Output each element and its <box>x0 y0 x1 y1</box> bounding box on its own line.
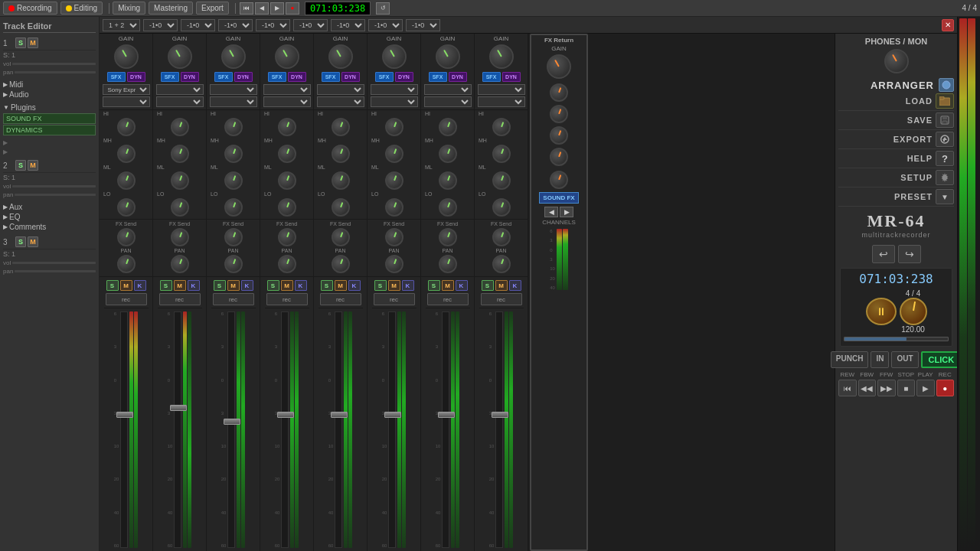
ch6-ml-knob[interactable] <box>385 171 403 190</box>
prev-btn[interactable]: ◀ <box>255 2 269 15</box>
ch1-mh-knob[interactable] <box>117 145 136 163</box>
ch2-lo-knob[interactable] <box>171 198 189 217</box>
tempo-knob[interactable] <box>900 298 927 325</box>
dynamics-plugin[interactable]: DYNAMICS <box>3 125 96 135</box>
ch4-fader-track[interactable] <box>281 311 289 548</box>
mixing-btn[interactable]: Mixing <box>113 2 145 15</box>
export-btn[interactable] <box>936 132 954 147</box>
gain-sel-8[interactable]: -1•0 <box>406 19 440 31</box>
ch1-dyn-btn[interactable]: DYN <box>127 72 145 82</box>
ch8-pan-knob[interactable] <box>492 255 511 273</box>
ch6-fader-track[interactable] <box>388 311 396 548</box>
editing-btn[interactable]: Editing <box>60 2 103 15</box>
ch6-dyn-btn[interactable]: DYN <box>395 72 413 82</box>
ch7-gain-knob[interactable] <box>436 44 460 69</box>
channel-1-2-sel[interactable]: 1 + 2 <box>103 19 140 31</box>
ch7-lo-knob[interactable] <box>439 198 457 217</box>
ch5-hi-knob[interactable] <box>332 118 350 136</box>
ch1-k-btn[interactable]: K <box>134 280 146 291</box>
ch3-fader-track[interactable] <box>227 311 235 548</box>
click-btn[interactable]: CLICK <box>921 351 957 368</box>
ch7-ml-knob[interactable] <box>439 171 457 190</box>
ch1-fader-track[interactable] <box>120 311 128 548</box>
ch8-fader-track[interactable] <box>495 311 503 548</box>
ch2-fx-send-knob[interactable] <box>171 228 189 246</box>
ch6-gain-knob[interactable] <box>382 44 407 69</box>
ch3-fx-send-knob[interactable] <box>224 228 243 246</box>
fbw-btn[interactable]: ◀◀ <box>858 380 877 396</box>
ch3-dropdown2[interactable] <box>210 96 257 107</box>
track-2-s-btn[interactable]: S <box>15 160 26 171</box>
mixer-close-btn[interactable]: ✕ <box>942 19 954 31</box>
ch4-mh-knob[interactable] <box>278 145 296 163</box>
redo-btn[interactable]: ↪ <box>898 245 921 263</box>
ch6-sfx-btn[interactable]: SFX <box>375 72 394 82</box>
ch4-k-btn[interactable]: K <box>295 280 307 291</box>
ch8-fader-handle[interactable] <box>492 412 508 418</box>
ch8-lo-knob[interactable] <box>492 198 511 217</box>
load-btn[interactable] <box>936 93 954 109</box>
ffw-btn[interactable]: ▶▶ <box>877 380 896 396</box>
ch3-s-btn[interactable]: S <box>214 280 226 291</box>
ch8-ml-knob[interactable] <box>492 171 511 190</box>
ch7-k-btn[interactable]: K <box>456 280 468 291</box>
fx-return-mh-knob[interactable] <box>550 105 568 123</box>
fx-return-hi-knob[interactable] <box>550 83 568 102</box>
ch5-fader-track[interactable] <box>335 311 342 548</box>
midi-item[interactable]: ▶ Midi <box>3 80 96 90</box>
loop-btn[interactable]: ↺ <box>376 2 390 15</box>
ch5-fader-handle[interactable] <box>331 412 348 418</box>
ch5-sfx-btn[interactable]: SFX <box>322 72 340 82</box>
ch5-mh-knob[interactable] <box>332 145 350 163</box>
recording-btn[interactable]: Recording <box>3 2 57 15</box>
ch1-pan-knob[interactable] <box>117 255 136 273</box>
ch4-fader-handle[interactable] <box>277 412 294 418</box>
eq-item[interactable]: ▶ EQ <box>3 212 96 222</box>
ch7-m-btn[interactable]: M <box>442 280 454 291</box>
ch7-dropdown[interactable] <box>424 84 472 95</box>
ch8-dyn-btn[interactable]: DYN <box>502 72 521 82</box>
pan-slider-2[interactable] <box>15 194 96 196</box>
track-3-m-btn[interactable]: M <box>28 236 38 247</box>
ch2-hi-knob[interactable] <box>171 118 189 136</box>
ch5-dyn-btn[interactable]: DYN <box>341 72 360 82</box>
ch6-m-btn[interactable]: M <box>388 280 400 291</box>
gain-sel-2[interactable]: -1•0 <box>181 19 215 31</box>
track-1-s-btn[interactable]: S <box>15 37 26 48</box>
help-btn[interactable]: ? <box>936 151 954 166</box>
rewind-btn[interactable]: ⏮ <box>240 2 253 15</box>
ch4-sfx-btn[interactable]: SFX <box>268 72 286 82</box>
ch1-sfx-btn[interactable]: SFX <box>107 72 126 82</box>
ch5-fx-send-knob[interactable] <box>332 228 350 246</box>
ch2-rec-btn[interactable]: rec <box>159 293 201 305</box>
ch6-fx-send-knob[interactable] <box>385 228 403 246</box>
ch7-hi-knob[interactable] <box>439 118 457 136</box>
ch8-sfx-btn[interactable]: SFX <box>482 72 501 82</box>
ch2-ml-knob[interactable] <box>171 171 189 190</box>
ch4-dropdown[interactable] <box>263 84 311 95</box>
ch1-fader-handle[interactable] <box>116 412 133 418</box>
track-2-m-btn[interactable]: M <box>28 160 38 171</box>
preset-btn[interactable]: ▼ <box>936 189 954 204</box>
ch7-sfx-btn[interactable]: SFX <box>429 72 447 82</box>
arranger-btn[interactable] <box>939 78 954 92</box>
ch7-dropdown2[interactable] <box>424 96 472 107</box>
track-3-s-btn[interactable]: S <box>15 236 26 247</box>
ch4-dropdown2[interactable] <box>263 96 311 107</box>
ch5-ml-knob[interactable] <box>332 171 350 190</box>
ch2-dropdown2[interactable] <box>156 96 204 107</box>
ch8-fx-send-knob[interactable] <box>492 228 511 246</box>
ch7-s-btn[interactable]: S <box>428 280 440 291</box>
export-btn[interactable]: Export <box>196 2 229 15</box>
ch6-rec-btn[interactable]: rec <box>374 293 415 305</box>
ch3-sfx-btn[interactable]: SFX <box>214 72 233 82</box>
ch4-s-btn[interactable]: S <box>267 280 279 291</box>
ch5-dropdown[interactable] <box>317 84 364 95</box>
ch5-rec-btn[interactable]: rec <box>320 293 361 305</box>
fx-return-ml-knob[interactable] <box>550 126 568 145</box>
gain-sel-3[interactable]: -1•0 <box>218 19 253 31</box>
ch6-fader-handle[interactable] <box>384 412 401 418</box>
setup-btn[interactable] <box>936 170 954 185</box>
ch1-fx-send-knob[interactable] <box>117 228 136 246</box>
ch7-rec-btn[interactable]: rec <box>427 293 469 305</box>
